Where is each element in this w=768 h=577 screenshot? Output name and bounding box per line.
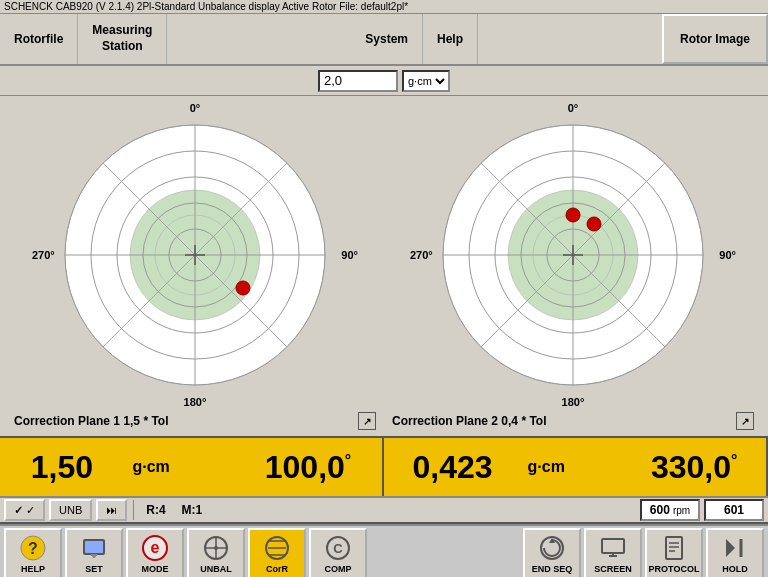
plane2-footer: Correction Plane 2 0,4 * Tol ↗	[384, 410, 762, 432]
value2-angle: 330,0°	[651, 449, 737, 486]
main-area: 0° 180° 270° 90°	[0, 96, 768, 436]
emode-button[interactable]: e MODE	[126, 528, 184, 577]
plane1-svg	[48, 118, 342, 392]
end-seq-button[interactable]: END SEQ	[523, 528, 581, 577]
emode-icon: e	[140, 534, 170, 562]
hold-icon	[720, 534, 750, 562]
filter-row: g·cm g	[0, 66, 768, 96]
title-bar: SCHENCK CAB920 (V 2.1.4) 2Pl-Standard Un…	[0, 0, 768, 14]
plane1-expand[interactable]: ↗	[358, 412, 376, 430]
svg-text:C: C	[333, 541, 343, 556]
plane2-label-bottom: 180°	[562, 396, 585, 408]
menu-help[interactable]: Help	[423, 14, 478, 64]
hold-button[interactable]: HOLD	[706, 528, 764, 577]
set-button[interactable]: SET	[65, 528, 123, 577]
set-icon	[79, 534, 109, 562]
plane1-footer: Correction Plane 1 1,5 * Tol ↗	[6, 410, 384, 432]
svg-point-40	[214, 546, 218, 550]
value2-unit: g·cm	[528, 458, 565, 476]
bottom-toolbar: ? HELP SET e MODE UNBAL CorR C COMP	[0, 524, 768, 577]
screen-icon	[598, 534, 628, 562]
rotor-image-button[interactable]: Rotor Image	[662, 14, 768, 64]
plane1-label-top: 0°	[190, 102, 201, 114]
value1-mass: 1,50	[31, 449, 93, 486]
menu-rotorfile[interactable]: Rotorfile	[0, 14, 78, 64]
svg-point-30	[587, 217, 601, 231]
help-icon: ?	[18, 534, 48, 562]
svg-rect-36	[91, 554, 97, 556]
plane1-label-right: 90°	[341, 249, 358, 261]
plane2-label-right: 90°	[719, 249, 736, 261]
rpm-display: 600 rpm	[640, 499, 700, 521]
menu-measuring-station[interactable]: Measuring Station	[78, 14, 167, 64]
ratio-r: R:4	[140, 503, 171, 517]
svg-text:?: ?	[28, 540, 38, 557]
svg-point-14	[236, 281, 250, 295]
screen-button[interactable]: SCREEN	[584, 528, 642, 577]
plane2-dot	[426, 118, 720, 392]
plane2-chart: 0° 180° 270° 90°	[408, 100, 738, 410]
plane2-container: 0° 180° 270° 90°	[384, 100, 762, 432]
title-text: SCHENCK CAB920 (V 2.1.4) 2Pl-Standard Un…	[4, 1, 408, 12]
ratio-m: M:1	[176, 503, 209, 517]
run-count-display: 601	[704, 499, 764, 521]
protocol-button[interactable]: PROTOCOL	[645, 528, 703, 577]
status-separator-1	[133, 500, 134, 520]
end-seq-icon	[537, 534, 567, 562]
plane1-container: 0° 180° 270° 90°	[6, 100, 384, 432]
value1-unit: g·cm	[132, 458, 169, 476]
value-panel-2: 0,423 g·cm 330,0°	[384, 438, 768, 496]
corr-button[interactable]: CorR	[248, 528, 306, 577]
svg-rect-52	[666, 537, 682, 559]
help-button[interactable]: ? HELP	[4, 528, 62, 577]
value1-angle: 100,0°	[265, 449, 351, 486]
check-button[interactable]: ✓ ✓	[4, 499, 45, 521]
protocol-icon	[659, 534, 689, 562]
value-panel-1: 1,50 g·cm 100,0°	[0, 438, 384, 496]
comp-button[interactable]: C COMP	[309, 528, 367, 577]
values-row: 1,50 g·cm 100,0° 0,423 g·cm 330,0°	[0, 436, 768, 496]
filter-unit-select[interactable]: g·cm g	[402, 70, 450, 92]
menu-system[interactable]: System	[351, 14, 423, 64]
svg-marker-56	[726, 539, 735, 557]
plane1-chart: 0° 180° 270° 90°	[30, 100, 360, 410]
step-button[interactable]: ⏭	[96, 499, 127, 521]
unbal-button[interactable]: UNBAL	[187, 528, 245, 577]
unbal-icon	[201, 534, 231, 562]
value2-mass: 0,423	[413, 449, 493, 486]
check-icon: ✓	[14, 504, 23, 517]
plane2-expand[interactable]: ↗	[736, 412, 754, 430]
svg-rect-34	[85, 541, 103, 553]
corr-icon	[262, 534, 292, 562]
plane2-label-top: 0°	[568, 102, 579, 114]
filter-value-input[interactable]	[318, 70, 398, 92]
status-bar: ✓ ✓ UNB ⏭ R:4 M:1 600 rpm 601	[0, 496, 768, 524]
comp-icon: C	[323, 534, 353, 562]
plane1-label-bottom: 180°	[184, 396, 207, 408]
svg-rect-49	[602, 539, 624, 553]
menu-bar: Rotorfile Measuring Station System Help …	[0, 14, 768, 66]
unb-button[interactable]: UNB	[49, 499, 92, 521]
